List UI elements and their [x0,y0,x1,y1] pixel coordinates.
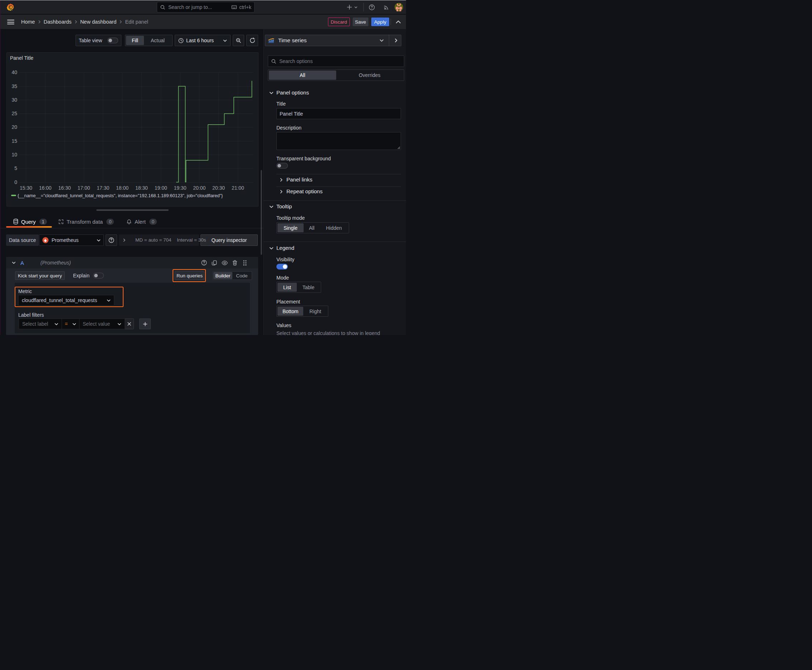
svg-text:15:30: 15:30 [20,185,32,191]
svg-text:15: 15 [12,138,17,144]
svg-text:35: 35 [12,83,17,89]
svg-text:19:00: 19:00 [155,185,167,191]
svg-text:30: 30 [12,97,17,103]
svg-text:10: 10 [12,152,17,157]
svg-text:20:30: 20:30 [212,185,225,191]
svg-text:16:00: 16:00 [39,185,52,191]
svg-text:18:30: 18:30 [135,185,148,191]
svg-text:21:00: 21:00 [232,185,244,191]
svg-text:5: 5 [14,165,17,171]
svg-text:16:30: 16:30 [58,185,71,191]
svg-text:19:30: 19:30 [174,185,186,191]
svg-text:25: 25 [12,111,17,116]
svg-text:18:00: 18:00 [116,185,129,191]
svg-text:17:00: 17:00 [77,185,90,191]
svg-text:20:00: 20:00 [193,185,205,191]
svg-text:{__name__="cloudflared_tunnel_: {__name__="cloudflared_tunnel_total_requ… [17,193,223,198]
svg-text:17:30: 17:30 [97,185,109,191]
svg-text:0: 0 [14,179,17,185]
svg-text:40: 40 [12,69,17,75]
svg-text:20: 20 [12,124,17,130]
